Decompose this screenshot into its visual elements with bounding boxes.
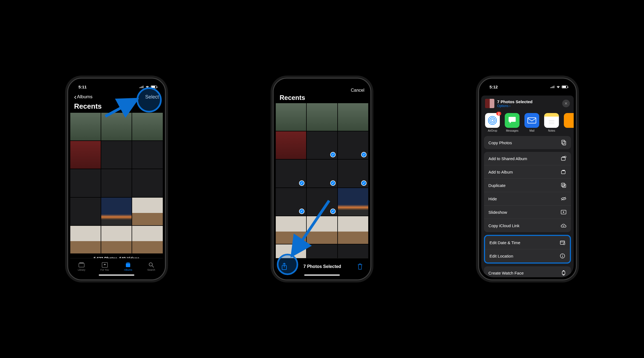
tab-albums[interactable]: Albums <box>124 262 132 271</box>
action-icloud-link[interactable]: Copy iCloud Link <box>484 219 571 232</box>
trash-button[interactable] <box>357 263 363 270</box>
photo-thumb[interactable] <box>276 131 306 159</box>
shared-album-icon <box>561 155 567 161</box>
copy-icon <box>561 140 567 146</box>
notes-icon <box>544 113 559 128</box>
time: 5:12 <box>489 85 498 89</box>
action-duplicate[interactable]: Duplicate <box>484 179 571 192</box>
svg-point-40 <box>562 255 563 255</box>
action-add-album[interactable]: Add to Album <box>484 165 571 179</box>
svg-line-10 <box>152 266 154 267</box>
photo-thumb[interactable] <box>132 141 163 169</box>
svg-rect-5 <box>79 262 84 263</box>
photo-thumb[interactable] <box>70 113 101 140</box>
photo-thumb[interactable] <box>338 216 368 244</box>
action-watch-face[interactable]: Create Watch Face <box>484 266 571 277</box>
mail-icon <box>524 113 539 128</box>
phone-2: Cancel Recents ✓ ✓ ✓ ✓ ✓ ✓ ✓ <box>273 78 371 280</box>
svg-rect-17 <box>554 86 554 88</box>
share-app-more[interactable] <box>564 113 574 132</box>
photo-thumb[interactable]: ✓ <box>276 160 306 187</box>
battery-icon <box>151 85 157 88</box>
svg-rect-8 <box>126 262 130 263</box>
tab-library[interactable]: Library <box>78 262 85 271</box>
svg-rect-25 <box>562 140 565 144</box>
photo-thumb[interactable] <box>307 216 337 244</box>
photo-thumb[interactable] <box>307 103 337 131</box>
action-copy-photos[interactable]: Copy Photos <box>484 136 571 149</box>
action-edit-date[interactable]: Edit Date & Time <box>485 236 570 249</box>
photo-thumb[interactable] <box>101 141 132 169</box>
photo-thumb[interactable]: ✓ <box>307 188 337 216</box>
duplicate-icon <box>561 182 567 188</box>
svg-rect-16 <box>553 86 553 88</box>
battery-icon <box>562 85 568 88</box>
sheet-thumbnail <box>485 99 494 108</box>
wifi-icon <box>145 85 149 88</box>
selected-count: 7 Photos Selected <box>303 264 341 269</box>
photo-thumb[interactable]: ✓ <box>338 131 368 159</box>
sheet-header: 7 Photos Selected Options› ✕ <box>481 96 574 111</box>
share-app-airdrop[interactable]: 2 AirDrop <box>485 113 500 132</box>
sheet-options-link[interactable]: Options› <box>497 104 559 108</box>
photo-thumb[interactable]: ✓ <box>276 188 306 216</box>
svg-rect-21 <box>528 118 536 123</box>
photo-thumb[interactable] <box>276 103 306 131</box>
close-button[interactable]: ✕ <box>562 100 570 107</box>
svg-rect-3 <box>143 86 143 88</box>
svg-rect-0 <box>140 87 140 88</box>
svg-rect-44 <box>563 275 564 275</box>
share-app-notes[interactable]: Notes <box>544 113 559 132</box>
select-button[interactable]: Select <box>145 94 159 100</box>
photo-thumb[interactable] <box>132 226 163 253</box>
back-button[interactable]: Albums <box>74 93 92 101</box>
svg-rect-31 <box>562 170 565 171</box>
photo-thumb[interactable] <box>276 216 306 244</box>
photo-thumb[interactable]: ✓ <box>338 160 368 187</box>
photo-thumb[interactable] <box>338 188 368 216</box>
svg-rect-15 <box>552 87 552 88</box>
svg-rect-1 <box>141 87 141 88</box>
photo-thumb[interactable]: ✓ <box>307 160 337 187</box>
tab-foryou[interactable]: For You <box>100 262 109 271</box>
home-indicator[interactable] <box>99 275 134 276</box>
check-icon: ✓ <box>299 209 304 214</box>
tutorial-highlight-box: Edit Date & Time Edit Location <box>484 235 571 264</box>
search-icon <box>148 262 155 268</box>
action-add-shared-album[interactable]: Add to Shared Album <box>484 152 571 165</box>
photo-thumb[interactable] <box>70 141 101 169</box>
svg-rect-4 <box>79 263 84 267</box>
svg-rect-2 <box>142 86 142 88</box>
photo-thumb[interactable] <box>101 226 132 253</box>
share-button[interactable] <box>281 263 287 270</box>
notch <box>301 79 343 86</box>
photo-thumb[interactable] <box>70 198 101 225</box>
check-icon: ✓ <box>330 209 336 214</box>
share-icon <box>281 263 287 270</box>
tab-search[interactable]: Search <box>147 262 155 271</box>
share-app-messages[interactable]: Messages <box>505 113 520 132</box>
photo-thumb[interactable] <box>338 103 368 131</box>
action-hide[interactable]: Hide <box>484 192 571 206</box>
photo-thumb[interactable] <box>132 198 163 225</box>
photo-thumb[interactable] <box>132 169 163 197</box>
photo-thumb[interactable] <box>132 113 163 140</box>
photo-thumb[interactable] <box>101 198 132 225</box>
svg-rect-42 <box>562 271 565 275</box>
cancel-button[interactable]: Cancel <box>351 88 364 93</box>
share-app-mail[interactable]: Mail <box>524 113 539 132</box>
calendar-icon <box>559 239 565 246</box>
photo-thumb[interactable] <box>70 226 101 253</box>
action-slideshow[interactable]: Slideshow <box>484 206 571 219</box>
action-list: Copy Photos Add to Shared Album Add to A… <box>481 136 574 277</box>
photo-thumb[interactable] <box>101 169 132 197</box>
photo-thumb[interactable]: ✓ <box>307 131 337 159</box>
svg-rect-26 <box>563 141 566 145</box>
photo-thumb[interactable] <box>101 113 132 140</box>
phone-3: 5:12 7 Photos Selected Options› ✕ <box>478 78 577 280</box>
selection-toolbar: 7 Photos Selected <box>276 258 368 275</box>
svg-rect-30 <box>561 171 565 174</box>
action-edit-location[interactable]: Edit Location <box>485 249 570 262</box>
photo-thumb[interactable] <box>70 169 101 197</box>
home-indicator[interactable] <box>304 275 340 276</box>
